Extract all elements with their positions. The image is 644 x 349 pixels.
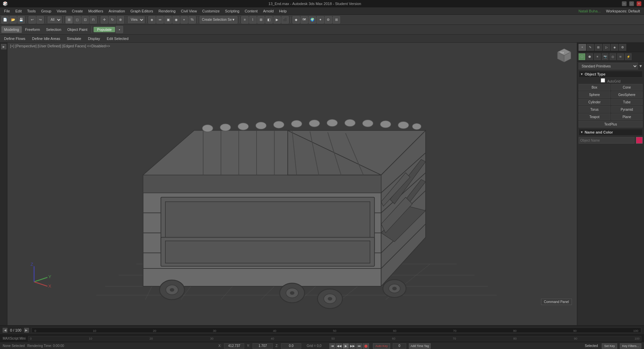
select-all-dropdown[interactable]: All [48, 16, 62, 23]
auto-key-button[interactable]: Auto Key [373, 343, 390, 349]
next-frame[interactable]: ▶▶ [350, 343, 356, 349]
y-value[interactable]: 1.707 [253, 343, 273, 349]
scene-3d[interactable]: Y X Z [7, 43, 577, 325]
rp-systems-icon[interactable]: ⚡ [625, 53, 632, 60]
name-color-header[interactable]: ▼ Name and Color [579, 129, 643, 136]
render-setup[interactable]: ◧ [265, 16, 273, 23]
view-dropdown[interactable]: View [128, 16, 145, 23]
populate-options[interactable]: • [116, 26, 123, 33]
select-region-tool[interactable]: ◻ [73, 16, 81, 23]
motion-mixer[interactable]: ⊞ [333, 16, 340, 23]
edit-selected-tab[interactable]: Edit Selected [104, 35, 131, 42]
render-effects[interactable]: ✦ [317, 16, 324, 23]
tab-freeform[interactable]: Freeform [22, 26, 43, 33]
select-tool[interactable]: ⊞ [65, 16, 73, 23]
go-to-start[interactable]: ⏮ [329, 343, 335, 349]
rp-helpers-icon[interactable]: ◎ [609, 53, 616, 60]
menu-graph-editors[interactable]: Graph Editors [128, 8, 156, 14]
menu-file[interactable]: File [1, 8, 13, 14]
anim-tools[interactable]: ⚙ [325, 16, 332, 23]
timeline-prev[interactable]: ◀ [3, 328, 7, 333]
create-selection-set[interactable]: Create Selection Se▼ [200, 16, 237, 23]
align-btn[interactable]: ▣ [164, 16, 172, 23]
populate-button[interactable]: Populate [94, 27, 115, 32]
rp-spacewarps-icon[interactable]: ≋ [617, 53, 624, 60]
current-frame-input[interactable]: 0 [393, 343, 406, 349]
btn-tube[interactable]: Tube [611, 99, 643, 105]
render-frame[interactable]: ⬛ [281, 16, 289, 23]
z-value[interactable]: 0.0 [281, 343, 301, 349]
rotate-tool[interactable]: ↻ [109, 16, 116, 23]
redo-button[interactable]: ↪ [37, 16, 44, 23]
object-name-input[interactable] [579, 137, 635, 144]
scale-tool[interactable]: ⊕ [117, 16, 124, 23]
undo-button[interactable]: ↩ [29, 16, 36, 23]
btn-cylinder[interactable]: Cylinder [579, 99, 610, 105]
key-filters-button[interactable]: Key Filters... [620, 343, 641, 349]
rp-shapes-icon[interactable]: ⬢ [586, 53, 593, 60]
autogrid-checkbox[interactable] [601, 78, 605, 83]
menu-animation[interactable]: Animation [106, 8, 128, 14]
object-type-header[interactable]: ▼ Object Type [579, 71, 643, 78]
go-to-end[interactable]: ⏭ [356, 343, 362, 349]
btn-textplus[interactable]: TextPlus [579, 121, 643, 128]
define-flows-tab[interactable]: Define Flows [1, 35, 28, 42]
menu-group[interactable]: Group [38, 8, 54, 14]
play-button[interactable]: ▶ [343, 343, 349, 349]
keyframe-ruler[interactable]: 0 10 20 30 40 50 60 70 80 90 100 [28, 336, 641, 341]
new-button[interactable]: 📄 [1, 16, 9, 23]
display-tab[interactable]: Display [85, 35, 103, 42]
user-profile[interactable]: Natali Buha... [576, 8, 603, 14]
move-tool[interactable]: ✛ [101, 16, 108, 23]
standard-primitives-dropdown[interactable]: Standard Primitives [579, 63, 638, 69]
minimize-button[interactable]: ─ [622, 1, 627, 6]
rp-tab-motion[interactable]: ▷ [603, 44, 610, 51]
x-value[interactable]: 412.737 [224, 343, 244, 349]
tab-selection[interactable]: Selection [43, 26, 64, 33]
curve-editor[interactable]: ⌇ [249, 16, 257, 23]
open-button[interactable]: 📂 [9, 16, 17, 23]
menu-modifiers[interactable]: Modifiers [86, 8, 106, 14]
rp-tab-utilities[interactable]: ⚙ [619, 44, 626, 51]
quick-render[interactable]: ▶ [273, 16, 281, 23]
btn-sphere[interactable]: Sphere [579, 91, 610, 98]
tab-object-paint[interactable]: Object Paint [65, 26, 90, 33]
select-region2-tool[interactable]: ⊡ [82, 16, 89, 23]
prev-frame[interactable]: ◀◀ [336, 343, 342, 349]
mirror-btn[interactable]: ⇔ [156, 16, 164, 23]
map-browser[interactable]: 🗺 [301, 16, 308, 23]
save-button[interactable]: 💾 [17, 16, 25, 23]
layer-manager[interactable]: ≡ [241, 16, 249, 23]
menu-edit[interactable]: Edit [13, 8, 24, 14]
menu-arnold[interactable]: Arnold [260, 8, 276, 14]
btn-box[interactable]: Box [579, 84, 610, 91]
sidebar-expand[interactable]: ▶ [1, 44, 6, 49]
rp-cameras-icon[interactable]: 📷 [602, 53, 608, 60]
btn-teapot[interactable]: Teapot [579, 113, 610, 120]
menu-help[interactable]: Help [276, 8, 289, 14]
menu-create[interactable]: Create [69, 8, 86, 14]
rp-tab-create[interactable]: + [579, 44, 586, 51]
maximize-button[interactable]: □ [629, 1, 634, 6]
menu-civil-view[interactable]: Civil View [178, 8, 199, 14]
viewport[interactable]: [+] [Perspective] [User Defined] [Edged … [7, 43, 577, 325]
menu-views[interactable]: Views [54, 8, 69, 14]
schematic-view[interactable]: ⊞ [257, 16, 265, 23]
window-controls[interactable]: ─ □ ✕ [622, 1, 641, 6]
add-time-tag[interactable]: Add Time Tag [409, 343, 431, 349]
menu-tools[interactable]: Tools [24, 8, 39, 14]
rp-tab-hierarchy[interactable]: ⊞ [595, 44, 602, 51]
env-effects[interactable]: 🌍 [309, 16, 316, 23]
set-key-button[interactable]: Set Key [602, 343, 617, 349]
timeline-next[interactable]: ▶ [24, 328, 29, 333]
rp-geometry-icon[interactable]: ⬡ [579, 53, 585, 60]
timeline-bar[interactable]: 0 10 20 30 40 50 60 70 80 90 100 [32, 328, 641, 333]
color-swatch[interactable] [636, 137, 643, 144]
angle-snap[interactable]: ⌖ [180, 16, 188, 23]
menu-content[interactable]: Content [242, 8, 261, 14]
rp-tab-display[interactable]: ◈ [611, 44, 618, 51]
snap-toggle[interactable]: ◉ [172, 16, 180, 23]
btn-torus[interactable]: Torus [579, 106, 610, 113]
rp-lights-icon[interactable]: ☀ [594, 53, 601, 60]
tab-modeling[interactable]: Modeling [1, 26, 22, 33]
